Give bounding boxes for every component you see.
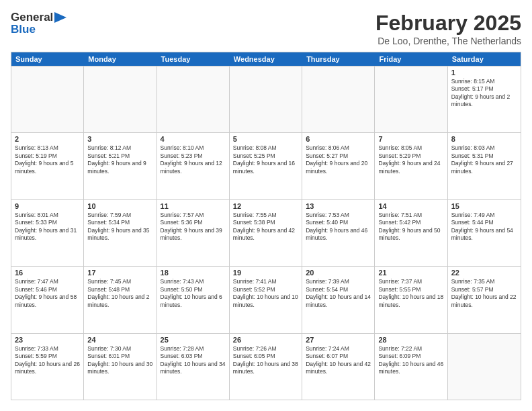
calendar-cell — [302, 66, 375, 132]
day-info: Sunrise: 8:12 AM Sunset: 5:21 PM Dayligh… — [87, 144, 152, 175]
calendar-cell: 12Sunrise: 7:55 AM Sunset: 5:38 PM Dayli… — [230, 200, 302, 266]
day-info: Sunrise: 7:22 AM Sunset: 6:09 PM Dayligh… — [378, 345, 443, 376]
calendar-cell: 6Sunrise: 8:06 AM Sunset: 5:27 PM Daylig… — [302, 133, 375, 199]
day-info: Sunrise: 7:51 AM Sunset: 5:42 PM Dayligh… — [378, 212, 443, 242]
day-info: Sunrise: 7:24 AM Sunset: 6:07 PM Dayligh… — [306, 345, 371, 376]
calendar-cell: 16Sunrise: 7:47 AM Sunset: 5:46 PM Dayli… — [11, 267, 84, 332]
day-number: 14 — [378, 202, 443, 210]
day-number: 21 — [378, 269, 443, 277]
calendar-cell: 22Sunrise: 7:35 AM Sunset: 5:57 PM Dayli… — [448, 267, 521, 332]
calendar-cell: 7Sunrise: 8:05 AM Sunset: 5:29 PM Daylig… — [375, 133, 447, 199]
day-info: Sunrise: 8:03 AM Sunset: 5:31 PM Dayligh… — [451, 144, 517, 175]
day-number: 26 — [233, 336, 298, 344]
logo-arrow-icon — [54, 12, 66, 23]
day-info: Sunrise: 8:10 AM Sunset: 5:23 PM Dayligh… — [161, 144, 226, 175]
calendar-cell — [448, 334, 521, 400]
calendar-cell: 24Sunrise: 7:30 AM Sunset: 6:01 PM Dayli… — [84, 334, 157, 400]
calendar-cell: 18Sunrise: 7:43 AM Sunset: 5:50 PM Dayli… — [157, 267, 230, 332]
svg-marker-0 — [54, 12, 66, 23]
day-info: Sunrise: 7:43 AM Sunset: 5:50 PM Dayligh… — [161, 278, 226, 309]
day-number: 27 — [306, 336, 371, 344]
calendar: SundayMondayTuesdayWednesdayThursdayFrid… — [11, 52, 521, 400]
calendar-row: 9Sunrise: 8:01 AM Sunset: 5:33 PM Daylig… — [11, 199, 521, 266]
calendar-cell: 1Sunrise: 8:15 AM Sunset: 5:17 PM Daylig… — [448, 66, 521, 132]
calendar-cell: 9Sunrise: 8:01 AM Sunset: 5:33 PM Daylig… — [11, 200, 84, 266]
calendar-cell: 2Sunrise: 8:13 AM Sunset: 5:19 PM Daylig… — [11, 133, 84, 199]
calendar-row: 23Sunrise: 7:33 AM Sunset: 5:59 PM Dayli… — [11, 333, 521, 400]
day-number: 1 — [451, 68, 517, 77]
day-info: Sunrise: 7:28 AM Sunset: 6:03 PM Dayligh… — [161, 345, 226, 376]
day-number: 19 — [233, 269, 298, 277]
day-number: 3 — [87, 135, 152, 143]
calendar-cell: 20Sunrise: 7:39 AM Sunset: 5:54 PM Dayli… — [302, 267, 375, 332]
calendar-cell — [157, 66, 230, 132]
day-number: 7 — [378, 135, 443, 143]
day-info: Sunrise: 7:39 AM Sunset: 5:54 PM Dayligh… — [306, 278, 371, 309]
day-number: 24 — [87, 336, 152, 344]
day-number: 13 — [306, 202, 371, 210]
calendar-row: 1Sunrise: 8:15 AM Sunset: 5:17 PM Daylig… — [11, 66, 521, 132]
calendar-header-cell: Saturday — [448, 52, 521, 66]
day-info: Sunrise: 7:53 AM Sunset: 5:40 PM Dayligh… — [306, 212, 371, 242]
day-info: Sunrise: 7:37 AM Sunset: 5:55 PM Dayligh… — [378, 278, 443, 309]
calendar-cell: 3Sunrise: 8:12 AM Sunset: 5:21 PM Daylig… — [84, 133, 157, 199]
day-info: Sunrise: 8:08 AM Sunset: 5:25 PM Dayligh… — [233, 144, 298, 175]
day-number: 20 — [306, 269, 371, 277]
day-info: Sunrise: 7:57 AM Sunset: 5:36 PM Dayligh… — [161, 212, 226, 242]
calendar-header-cell: Thursday — [302, 52, 375, 66]
location-subtitle: De Loo, Drenthe, The Netherlands — [375, 36, 521, 46]
calendar-header-cell: Monday — [84, 52, 157, 66]
calendar-cell: 28Sunrise: 7:22 AM Sunset: 6:09 PM Dayli… — [375, 334, 447, 400]
day-info: Sunrise: 8:13 AM Sunset: 5:19 PM Dayligh… — [15, 144, 80, 175]
logo-general-text: General — [11, 11, 53, 24]
calendar-cell: 4Sunrise: 8:10 AM Sunset: 5:23 PM Daylig… — [157, 133, 230, 199]
day-number: 8 — [451, 135, 517, 143]
day-number: 10 — [87, 202, 152, 210]
day-info: Sunrise: 8:06 AM Sunset: 5:27 PM Dayligh… — [306, 144, 371, 175]
day-number: 15 — [451, 202, 517, 210]
calendar-cell: 14Sunrise: 7:51 AM Sunset: 5:42 PM Dayli… — [375, 200, 447, 266]
logo-blue-text: Blue — [11, 23, 66, 36]
calendar-header: SundayMondayTuesdayWednesdayThursdayFrid… — [11, 52, 521, 66]
day-info: Sunrise: 7:55 AM Sunset: 5:38 PM Dayligh… — [233, 212, 298, 242]
day-info: Sunrise: 8:15 AM Sunset: 5:17 PM Dayligh… — [451, 78, 517, 109]
calendar-header-cell: Tuesday — [157, 52, 230, 66]
day-number: 18 — [161, 269, 226, 277]
day-number: 9 — [15, 202, 80, 210]
day-number: 28 — [378, 336, 443, 344]
calendar-header-cell: Sunday — [11, 52, 84, 66]
day-number: 17 — [87, 269, 152, 277]
calendar-cell — [230, 66, 302, 132]
header: General Blue February 2025 De Loo, Drent… — [11, 11, 521, 46]
calendar-cell: 13Sunrise: 7:53 AM Sunset: 5:40 PM Dayli… — [302, 200, 375, 266]
title-block: February 2025 De Loo, Drenthe, The Nethe… — [375, 11, 521, 46]
day-info: Sunrise: 7:33 AM Sunset: 5:59 PM Dayligh… — [15, 345, 80, 376]
calendar-cell: 15Sunrise: 7:49 AM Sunset: 5:44 PM Dayli… — [448, 200, 521, 266]
day-number: 6 — [306, 135, 371, 143]
day-number: 11 — [161, 202, 226, 210]
day-info: Sunrise: 7:41 AM Sunset: 5:52 PM Dayligh… — [233, 278, 298, 309]
logo: General Blue — [11, 11, 66, 36]
day-info: Sunrise: 7:35 AM Sunset: 5:57 PM Dayligh… — [451, 278, 517, 309]
calendar-cell: 21Sunrise: 7:37 AM Sunset: 5:55 PM Dayli… — [375, 267, 447, 332]
calendar-cell: 8Sunrise: 8:03 AM Sunset: 5:31 PM Daylig… — [448, 133, 521, 199]
calendar-cell: 23Sunrise: 7:33 AM Sunset: 5:59 PM Dayli… — [11, 334, 84, 400]
day-number: 23 — [15, 336, 80, 344]
calendar-cell: 5Sunrise: 8:08 AM Sunset: 5:25 PM Daylig… — [230, 133, 302, 199]
calendar-cell: 26Sunrise: 7:26 AM Sunset: 6:05 PM Dayli… — [230, 334, 302, 400]
calendar-cell: 11Sunrise: 7:57 AM Sunset: 5:36 PM Dayli… — [157, 200, 230, 266]
calendar-body: 1Sunrise: 8:15 AM Sunset: 5:17 PM Daylig… — [11, 66, 521, 400]
day-number: 2 — [15, 135, 80, 143]
day-info: Sunrise: 7:45 AM Sunset: 5:48 PM Dayligh… — [87, 278, 152, 309]
day-info: Sunrise: 7:30 AM Sunset: 6:01 PM Dayligh… — [87, 345, 152, 376]
day-info: Sunrise: 7:26 AM Sunset: 6:05 PM Dayligh… — [233, 345, 298, 376]
day-number: 25 — [161, 336, 226, 344]
calendar-cell — [84, 66, 157, 132]
day-info: Sunrise: 7:49 AM Sunset: 5:44 PM Dayligh… — [451, 212, 517, 242]
day-number: 22 — [451, 269, 517, 277]
day-number: 12 — [233, 202, 298, 210]
calendar-header-cell: Friday — [375, 52, 447, 66]
calendar-header-cell: Wednesday — [230, 52, 302, 66]
day-number: 16 — [15, 269, 80, 277]
day-info: Sunrise: 8:01 AM Sunset: 5:33 PM Dayligh… — [15, 212, 80, 242]
